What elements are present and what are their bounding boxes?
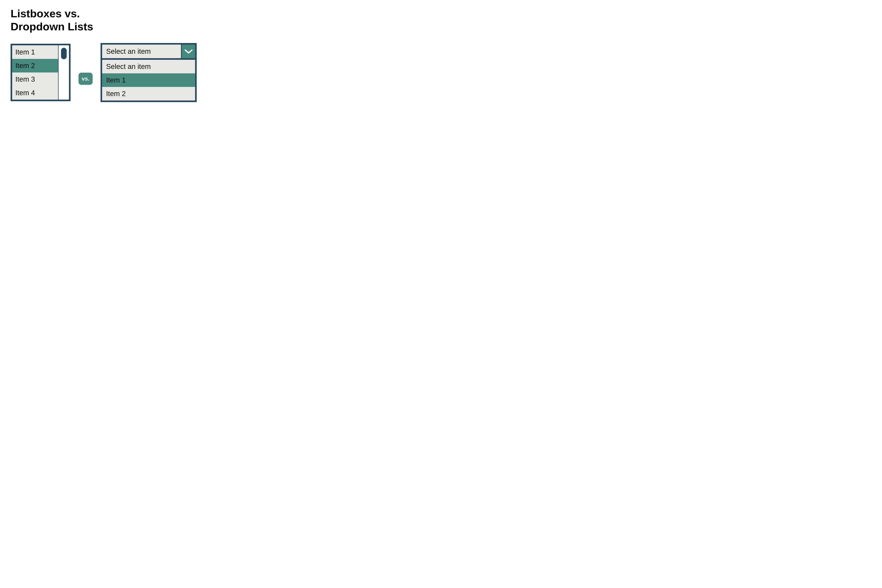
title-line-2: Dropdown Lists [11, 21, 93, 33]
comparison-row: Item 1 Item 2 Item 3 Item 4 vs. Select a… [11, 43, 254, 102]
listbox-item[interactable]: Item 2 [12, 59, 58, 72]
dropdown-option[interactable]: Item 2 [102, 87, 195, 100]
listbox-item[interactable]: Item 4 [12, 86, 58, 100]
scrollbar-track[interactable] [58, 45, 69, 100]
listbox[interactable]: Item 1 Item 2 Item 3 Item 4 [11, 44, 71, 101]
dropdown: Select an item Select an item Item 1 Ite… [101, 43, 197, 102]
dropdown-option[interactable]: Select an item [102, 60, 195, 74]
listbox-items-container: Item 1 Item 2 Item 3 Item 4 [12, 45, 58, 100]
page-title: Listboxes vs. Dropdown Lists [11, 7, 254, 33]
vs-badge: vs. [78, 73, 93, 85]
dropdown-header[interactable]: Select an item [102, 45, 195, 60]
dropdown-toggle-button[interactable] [181, 45, 195, 58]
scrollbar-thumb[interactable] [61, 48, 67, 59]
chevron-down-icon [184, 49, 193, 54]
title-line-1: Listboxes vs. [11, 8, 80, 20]
listbox-item[interactable]: Item 3 [12, 72, 58, 86]
listbox-item[interactable]: Item 1 [12, 45, 58, 59]
dropdown-option[interactable]: Item 1 [102, 74, 195, 87]
dropdown-placeholder: Select an item [102, 45, 181, 58]
